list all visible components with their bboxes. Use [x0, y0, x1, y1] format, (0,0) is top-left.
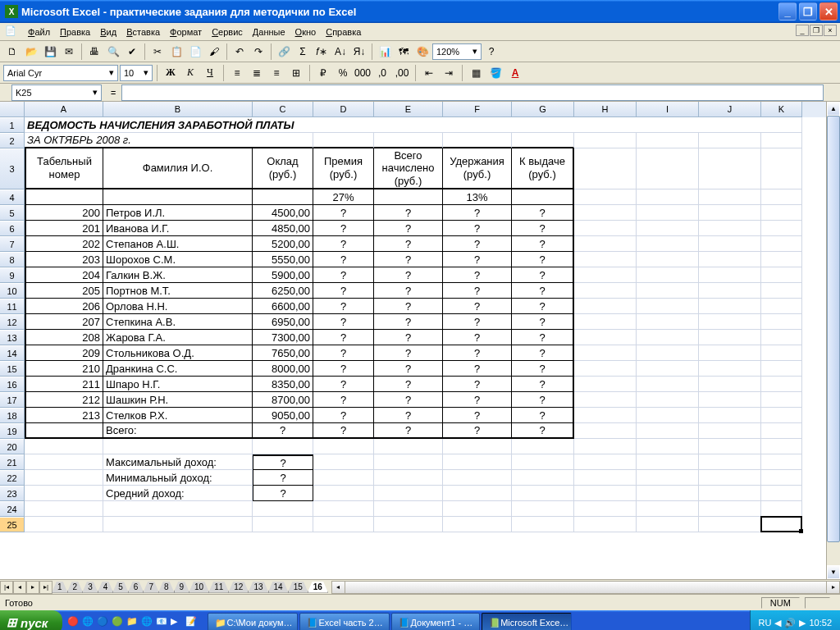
cell[interactable]: ? — [443, 267, 512, 283]
cell[interactable] — [25, 423, 103, 439]
cell[interactable] — [761, 283, 802, 299]
cell[interactable]: Всего начислено (руб.) — [374, 148, 443, 189]
cell[interactable] — [25, 517, 103, 532]
hyperlink-icon[interactable]: 🔗 — [275, 43, 293, 61]
cell[interactable] — [637, 148, 699, 189]
cell[interactable]: ? — [512, 314, 574, 330]
cell[interactable]: Стелков Р.Х. — [103, 408, 253, 423]
cell[interactable] — [574, 221, 637, 236]
cell[interactable] — [699, 314, 761, 330]
cell[interactable] — [574, 454, 637, 470]
borders-icon[interactable]: ▦ — [467, 64, 485, 82]
cell[interactable]: 205 — [25, 283, 103, 299]
row-headers[interactable]: 1234567891011121314151617181920212223242… — [0, 117, 25, 532]
sheet-tab-7[interactable]: 7 — [143, 582, 159, 593]
cell[interactable] — [313, 517, 374, 532]
cell[interactable] — [374, 454, 443, 470]
cell[interactable] — [374, 470, 443, 486]
cell[interactable]: Максимальный доход: — [103, 454, 253, 470]
cell[interactable] — [699, 283, 761, 299]
cell[interactable]: 213 — [25, 408, 103, 423]
cell[interactable]: ? — [512, 267, 574, 283]
cell[interactable] — [313, 439, 374, 454]
cell[interactable] — [512, 133, 574, 148]
col-header-B[interactable]: B — [103, 102, 253, 117]
cell[interactable] — [761, 361, 802, 377]
cell[interactable] — [25, 470, 103, 486]
cell[interactable]: 207 — [25, 314, 103, 330]
cell[interactable]: 8350,00 — [253, 377, 313, 392]
cell[interactable]: ? — [512, 392, 574, 408]
cell[interactable]: ? — [313, 423, 374, 439]
cell[interactable]: ? — [512, 221, 574, 236]
cell[interactable] — [699, 267, 761, 283]
cell[interactable]: ? — [374, 221, 443, 236]
cell[interactable]: ? — [374, 299, 443, 314]
cell[interactable] — [637, 439, 699, 454]
cell[interactable] — [253, 439, 313, 454]
cell[interactable]: Оклад (руб.) — [253, 148, 313, 189]
dec-indent-icon[interactable]: ⇤ — [420, 64, 438, 82]
ql-icon[interactable]: 🌐 — [141, 616, 154, 629]
cell[interactable] — [574, 423, 637, 439]
tab-last-icon[interactable]: ▸| — [39, 581, 52, 594]
cell[interactable] — [699, 299, 761, 314]
cell[interactable] — [313, 133, 374, 148]
cell[interactable] — [443, 517, 512, 532]
cell[interactable]: ? — [443, 408, 512, 423]
cell[interactable]: ? — [443, 283, 512, 299]
cell[interactable] — [699, 361, 761, 377]
cell[interactable] — [699, 330, 761, 345]
help-icon[interactable]: ? — [482, 43, 500, 61]
tray-icon[interactable]: ▶ — [799, 618, 806, 628]
row-header-20[interactable]: 20 — [0, 439, 24, 454]
cell[interactable] — [699, 345, 761, 361]
cell[interactable]: Удержания (руб.) — [443, 148, 512, 189]
cell[interactable] — [574, 361, 637, 377]
cell[interactable] — [761, 314, 802, 330]
cell[interactable]: ? — [374, 377, 443, 392]
sheet-tab-14[interactable]: 14 — [268, 582, 289, 593]
bold-button[interactable]: Ж — [162, 64, 180, 82]
ql-icon[interactable]: 📧 — [156, 616, 169, 629]
mdi-restore[interactable]: ❐ — [810, 25, 823, 36]
name-box[interactable]: K25▾ — [11, 84, 102, 101]
cell[interactable]: Галкин В.Ж. — [103, 267, 253, 283]
cell[interactable]: 200 — [25, 205, 103, 221]
cell[interactable]: ? — [512, 330, 574, 345]
cell[interactable]: ? — [512, 423, 574, 439]
cell[interactable]: Шорохов С.М. — [103, 252, 253, 267]
cell[interactable] — [699, 470, 761, 486]
row-header-25[interactable]: 25 — [0, 517, 24, 532]
ql-icon[interactable]: 🔴 — [67, 616, 80, 629]
cell[interactable] — [637, 470, 699, 486]
cell[interactable] — [574, 189, 637, 205]
vertical-scrollbar[interactable]: ▲ ▼ — [826, 102, 840, 579]
ql-icon[interactable]: 🔵 — [97, 616, 110, 629]
cell[interactable]: Степанов А.Ш. — [103, 236, 253, 252]
cell[interactable] — [313, 454, 374, 470]
row-header-21[interactable]: 21 — [0, 454, 24, 470]
cell[interactable] — [253, 189, 313, 205]
sheet-tab-1[interactable]: 1 — [52, 582, 68, 593]
sheet-tab-6[interactable]: 6 — [128, 582, 144, 593]
row-header-4[interactable]: 4 — [0, 189, 24, 205]
cell[interactable] — [574, 517, 637, 532]
cell[interactable] — [512, 439, 574, 454]
menu-Файл[interactable]: Файл — [23, 25, 55, 39]
cell[interactable]: ? — [443, 361, 512, 377]
cell[interactable]: ? — [443, 330, 512, 345]
sheet-tab-12[interactable]: 12 — [228, 582, 249, 593]
cell[interactable] — [761, 205, 802, 221]
cell[interactable] — [637, 299, 699, 314]
spreadsheet-grid[interactable]: 1234567891011121314151617181920212223242… — [0, 102, 840, 579]
cell[interactable] — [443, 486, 512, 501]
cell[interactable]: Фамилия И.О. — [103, 148, 253, 189]
select-all-corner[interactable] — [0, 102, 25, 117]
menu-Вставка[interactable]: Вставка — [121, 25, 165, 39]
cell[interactable] — [374, 439, 443, 454]
cell[interactable] — [103, 189, 253, 205]
taskbar-item[interactable]: 📘 Excel часть 2… — [299, 613, 390, 630]
row-header-12[interactable]: 12 — [0, 314, 24, 330]
align-right-icon[interactable]: ≡ — [267, 64, 285, 82]
